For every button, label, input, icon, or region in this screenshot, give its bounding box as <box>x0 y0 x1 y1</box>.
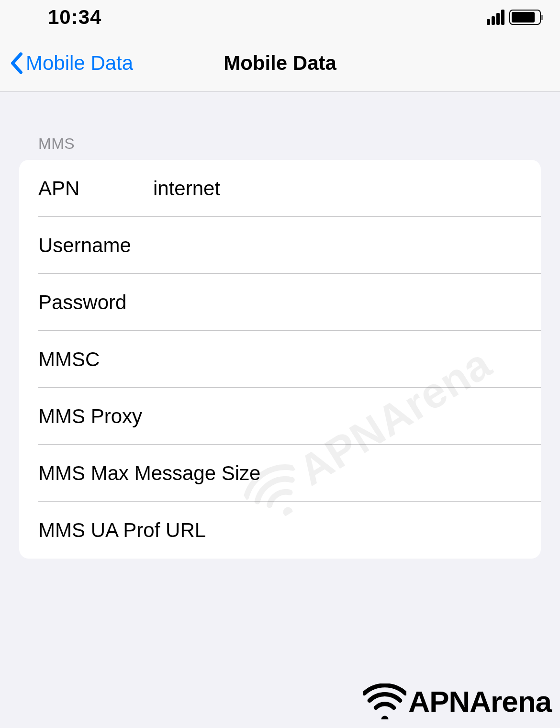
row-label: APN <box>38 177 153 200</box>
status-indicators <box>487 10 541 25</box>
row-username[interactable]: Username <box>19 217 541 274</box>
navigation-bar: Mobile Data Mobile Data <box>0 34 560 92</box>
status-time: 10:34 <box>48 6 101 29</box>
brand-text: APNArena <box>408 684 551 718</box>
row-label: MMS Proxy <box>38 405 153 428</box>
page-title: Mobile Data <box>224 52 336 75</box>
settings-table: APN Username Password MMSC MMS Proxy MMS… <box>19 160 541 559</box>
mms-proxy-input[interactable] <box>153 405 522 428</box>
row-mms-ua-prof-url[interactable]: MMS UA Prof URL <box>19 502 541 559</box>
row-label: MMS UA Prof URL <box>38 519 269 542</box>
chevron-left-icon <box>10 52 23 74</box>
battery-icon <box>509 10 541 25</box>
row-label: MMS Max Message Size <box>38 462 269 485</box>
mms-ua-prof-url-input[interactable] <box>269 519 522 542</box>
row-label: MMSC <box>38 348 153 371</box>
row-label: Password <box>38 291 153 314</box>
row-apn[interactable]: APN <box>19 160 541 217</box>
back-button[interactable]: Mobile Data <box>10 52 133 75</box>
cellular-signal-icon <box>487 10 504 25</box>
footer-brand: APNArena <box>363 683 551 719</box>
mms-max-size-input[interactable] <box>269 462 522 485</box>
mmsc-input[interactable] <box>153 348 522 371</box>
row-password[interactable]: Password <box>19 274 541 331</box>
back-label: Mobile Data <box>26 52 133 75</box>
row-mms-proxy[interactable]: MMS Proxy <box>19 388 541 445</box>
status-bar: 10:34 <box>0 0 560 34</box>
section-header-mms: MMS <box>0 92 560 160</box>
wifi-icon <box>363 683 406 719</box>
row-mmsc[interactable]: MMSC <box>19 331 541 388</box>
password-input[interactable] <box>153 291 522 314</box>
username-input[interactable] <box>153 234 522 257</box>
apn-input[interactable] <box>153 177 522 200</box>
row-label: Username <box>38 234 153 257</box>
row-mms-max-message-size[interactable]: MMS Max Message Size <box>19 445 541 502</box>
